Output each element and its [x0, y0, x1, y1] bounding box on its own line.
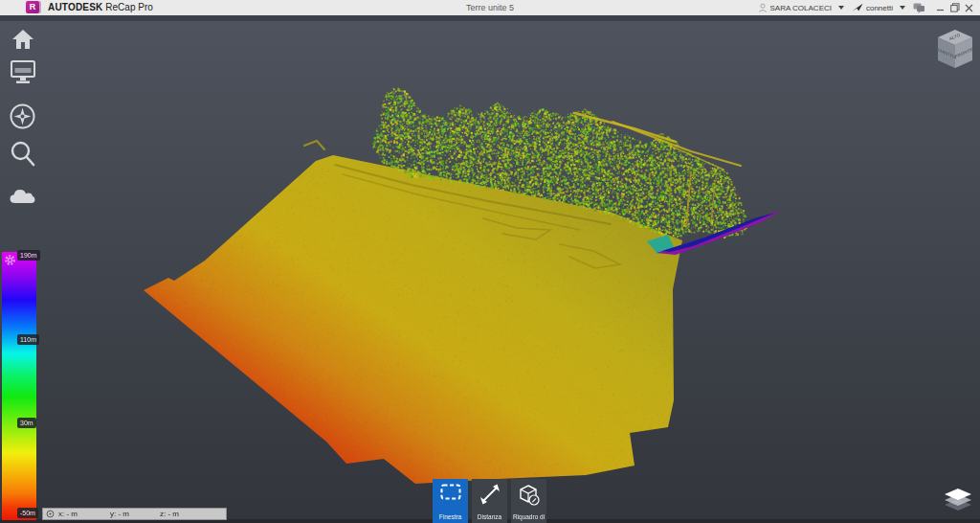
bounding-box-edit-icon	[518, 484, 541, 507]
elevation-label-110: 110m	[17, 334, 39, 345]
cloud-button[interactable]	[10, 188, 35, 208]
window-selection-button[interactable]: Finestra	[433, 479, 468, 523]
chevron-down-icon	[900, 6, 905, 10]
elevation-label-neg50: -50m	[17, 508, 38, 518]
close-icon	[965, 4, 973, 12]
distance-button[interactable]: Distanza	[472, 479, 507, 523]
user-name: SARA COLACECI	[770, 4, 832, 12]
elevation-label-30: 30m	[17, 418, 36, 428]
user-icon	[758, 3, 768, 12]
title-bar: R AUTODESK ReCap Pro Terre unite 5 SARA …	[0, 0, 980, 15]
coord-z: z: - m	[160, 510, 179, 518]
user-menu[interactable]: SARA COLACECI	[758, 0, 852, 15]
navigation-button[interactable]	[10, 103, 35, 133]
button-label: Finestra	[433, 513, 468, 520]
minimize-icon	[936, 4, 945, 12]
crosshair-icon	[46, 510, 55, 518]
window-selection-icon	[440, 484, 461, 500]
coord-x: x: - m	[58, 510, 78, 518]
chevron-down-icon	[838, 6, 844, 10]
coordinates-bar: x: - m y: - m z: - m	[42, 508, 227, 520]
minimize-button[interactable]	[933, 0, 947, 15]
point-cloud-viewport[interactable]	[0, 0, 980, 523]
restore-icon	[950, 3, 960, 12]
search-button[interactable]	[11, 141, 35, 171]
home-icon	[12, 30, 33, 49]
cloud-icon	[10, 188, 35, 204]
distance-icon	[479, 484, 501, 505]
coord-y: y: - m	[110, 510, 129, 518]
elevation-label-190: 190m	[17, 250, 40, 261]
layers-icon	[942, 488, 974, 518]
chat-bubbles-icon	[913, 3, 925, 13]
connect-icon	[852, 3, 863, 12]
connect-menu[interactable]: connetti	[852, 0, 913, 15]
monitor-icon	[11, 60, 35, 84]
recap-window: R AUTODESK ReCap Pro Terre unite 5 SARA …	[0, 0, 980, 523]
measure-toolbar: Finestra Distanza Riquadro di	[433, 479, 546, 523]
compass-icon	[10, 103, 35, 129]
restore-button[interactable]	[947, 0, 962, 15]
connect-label: connetti	[866, 4, 893, 12]
project-display-button[interactable]	[11, 60, 35, 88]
gear-icon[interactable]	[4, 254, 16, 266]
button-label: Riquadro di	[511, 513, 546, 520]
elevation-scale[interactable]: 190m 110m 30m -50m	[2, 252, 36, 520]
button-label: Distanza	[472, 513, 507, 520]
feedback-button[interactable]	[913, 0, 925, 15]
bounding-box-button[interactable]: Riquadro di	[511, 479, 546, 523]
home-button[interactable]	[12, 30, 33, 53]
search-icon	[11, 141, 35, 167]
titlebar-divider	[0, 15, 980, 21]
close-button[interactable]	[962, 0, 976, 15]
layer-stack-button[interactable]	[942, 488, 974, 522]
view-cube[interactable]: ALTO SINISTRA FRONTE	[933, 27, 977, 77]
